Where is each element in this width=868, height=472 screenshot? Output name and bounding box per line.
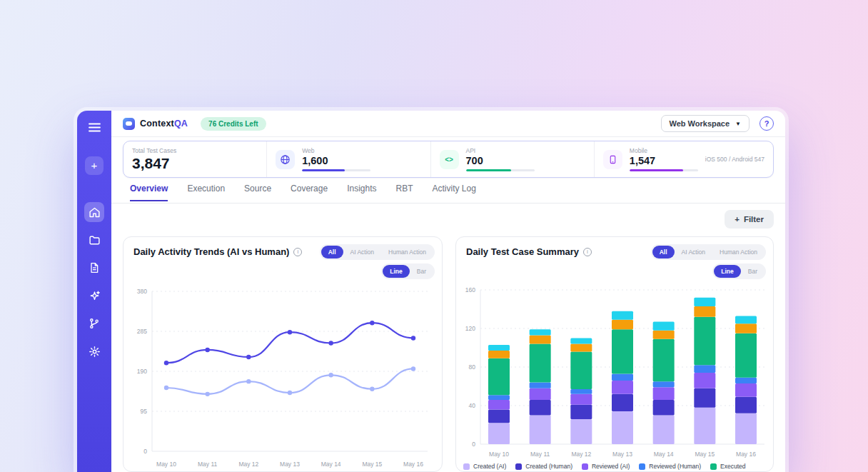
question-icon: ? xyxy=(764,119,769,128)
svg-text:May 13: May 13 xyxy=(612,451,632,458)
chevron-down-icon: ▼ xyxy=(735,121,741,127)
card-title: Daily Activity Trends (AI vs Human) xyxy=(133,246,289,257)
chart-type-toggle: Line Bar xyxy=(712,263,766,279)
filter-button-label: Filter xyxy=(744,215,764,224)
sparkles-icon xyxy=(89,290,101,302)
stat-mobile: Mobile 1,547 iOS 500 / Android 547 xyxy=(594,141,773,177)
pill-ai-action[interactable]: AI Action xyxy=(343,246,382,258)
web-progress-track xyxy=(302,169,370,171)
legend-item: Reviewed (Human) xyxy=(639,463,701,470)
legend-item: Reviewed (AI) xyxy=(582,463,630,470)
legend-swatch xyxy=(515,463,522,470)
sidebar-item-home[interactable] xyxy=(84,202,104,222)
pill-human-action[interactable]: Human Action xyxy=(712,246,764,258)
gear-icon xyxy=(89,346,101,358)
tab-execution[interactable]: Execution xyxy=(187,184,225,200)
svg-text:80: 80 xyxy=(469,363,476,371)
document-icon xyxy=(89,262,100,273)
stacked-bar-chart: 04080120160May 10May 11May 12May 13May 1… xyxy=(459,284,772,463)
daily-test-case-summary-card: Daily Test Case Summary i All AI Action … xyxy=(455,236,774,472)
svg-text:May 12: May 12 xyxy=(571,451,591,458)
plus-icon: + xyxy=(735,215,740,224)
svg-text:May 11: May 11 xyxy=(530,451,550,458)
stat-web: Web 1,600 xyxy=(266,141,430,177)
svg-text:May 13: May 13 xyxy=(280,461,300,468)
filter-button[interactable]: + Filter xyxy=(725,210,774,229)
brand-name: ContextQA xyxy=(140,119,188,129)
pill-all[interactable]: All xyxy=(321,246,343,258)
api-progress-track xyxy=(466,169,535,171)
svg-text:May 14: May 14 xyxy=(321,461,341,468)
pill-all[interactable]: All xyxy=(652,246,675,258)
chart-type-toggle: Line Bar xyxy=(381,263,435,279)
mobile-progress-track xyxy=(630,169,698,171)
stat-value: 700 xyxy=(466,155,535,167)
sidebar-item-ai[interactable] xyxy=(84,286,104,306)
tab-coverage[interactable]: Coverage xyxy=(291,184,328,200)
app-header: ContextQA 76 Credits Left Web Workspace … xyxy=(111,111,785,137)
pill-ai-action[interactable]: AI Action xyxy=(675,246,713,258)
svg-text:160: 160 xyxy=(465,286,475,293)
pill-bar[interactable]: Bar xyxy=(410,265,433,278)
sidebar-item-settings[interactable] xyxy=(84,341,104,361)
workspace-dropdown[interactable]: Web Workspace ▼ xyxy=(661,115,750,132)
pill-line[interactable]: Line xyxy=(714,265,740,278)
code-icon: <> xyxy=(440,150,459,169)
menu-icon[interactable] xyxy=(89,122,101,135)
folder-icon xyxy=(89,234,101,246)
git-branch-icon xyxy=(89,318,100,329)
app-window: + ContextQA xyxy=(77,111,785,472)
stat-label: Total Test Cases xyxy=(132,147,176,154)
mobile-progress-fill xyxy=(630,169,683,171)
info-icon[interactable]: i xyxy=(583,248,592,256)
web-progress-fill xyxy=(302,169,345,171)
card-title: Daily Test Case Summary xyxy=(466,246,579,257)
home-icon xyxy=(89,206,101,219)
legend-swatch xyxy=(582,463,588,470)
plus-icon: + xyxy=(91,159,98,171)
tab-insights[interactable]: Insights xyxy=(347,184,376,200)
mobile-icon xyxy=(603,150,622,169)
svg-text:190: 190 xyxy=(137,368,147,375)
pill-line[interactable]: Line xyxy=(383,265,409,278)
new-item-button[interactable]: + xyxy=(85,156,104,175)
stat-value: 1,600 xyxy=(302,155,370,167)
svg-text:0: 0 xyxy=(143,448,147,455)
desktop-background: { "header": { "brand_prefix": "Context",… xyxy=(0,0,868,472)
svg-text:95: 95 xyxy=(141,408,148,415)
sidebar-item-test-cases[interactable] xyxy=(84,258,104,278)
pill-human-action[interactable]: Human Action xyxy=(381,246,433,258)
api-progress-fill xyxy=(466,169,511,171)
svg-text:380: 380 xyxy=(137,288,147,295)
info-icon[interactable]: i xyxy=(293,248,302,256)
sidebar-item-integrations[interactable] xyxy=(84,313,104,333)
daily-activity-trends-card: Daily Activity Trends (AI vs Human) i Al… xyxy=(123,236,443,472)
svg-text:May 16: May 16 xyxy=(736,451,756,458)
stats-bar: Total Test Cases 3,847 Web 1,600 <> API … xyxy=(123,141,774,178)
legend-item: Executed xyxy=(710,463,745,470)
legend-swatch xyxy=(710,463,717,470)
action-filter-toggle: All AI Action Human Action xyxy=(651,244,766,260)
chart-legend: Created (AI) Created (Human) Reviewed (A… xyxy=(463,463,746,470)
tab-rbt[interactable]: RBT xyxy=(396,184,413,200)
sidebar-item-projects[interactable] xyxy=(84,230,104,250)
stat-api: <> API 700 xyxy=(430,141,594,177)
svg-text:May 14: May 14 xyxy=(654,451,674,458)
main-area: ContextQA 76 Credits Left Web Workspace … xyxy=(111,111,785,472)
svg-text:May 12: May 12 xyxy=(238,461,258,468)
legend-item: Created (Human) xyxy=(515,463,572,470)
workspace-label: Web Workspace xyxy=(670,119,730,128)
svg-text:May 10: May 10 xyxy=(156,461,176,468)
tab-overview[interactable]: Overview xyxy=(130,184,168,201)
tab-bar: Overview Execution Source Coverage Insig… xyxy=(111,184,785,204)
tab-source[interactable]: Source xyxy=(244,184,271,200)
pill-bar[interactable]: Bar xyxy=(741,265,764,278)
legend-swatch xyxy=(639,463,645,470)
sidebar-nav xyxy=(84,202,104,361)
globe-icon xyxy=(276,150,295,169)
credits-badge: 76 Credits Left xyxy=(201,117,266,131)
help-button[interactable]: ? xyxy=(760,116,774,131)
tab-activity-log[interactable]: Activity Log xyxy=(433,184,476,200)
stat-label: Web xyxy=(302,147,370,154)
svg-text:40: 40 xyxy=(469,402,476,409)
